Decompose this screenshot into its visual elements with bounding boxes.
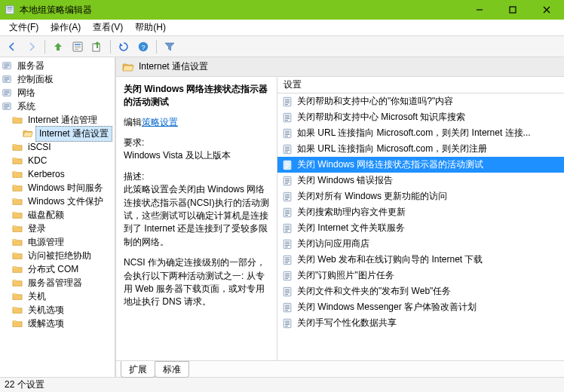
up-button[interactable] <box>49 38 67 55</box>
edit-policy-link[interactable]: 策略设置 <box>142 117 178 127</box>
forward-button[interactable] <box>23 38 41 55</box>
status-text: 22 个设置 <box>5 378 44 391</box>
node-icon <box>2 101 12 112</box>
tree-item[interactable]: 分布式 COM <box>0 262 115 276</box>
list-row-label: 如果 URL 连接指向 Microsoft.com，则关闭 Internet 连… <box>297 127 531 139</box>
policy-icon <box>282 286 293 297</box>
back-button[interactable] <box>3 38 21 55</box>
list-row[interactable]: 关闭 Internet 文件关联服务 <box>277 220 564 236</box>
policy-icon <box>282 207 293 218</box>
menubar: 文件(F) 操作(A) 查看(V) 帮助(H) <box>0 20 564 36</box>
content-title: Internet 通信设置 <box>139 60 208 73</box>
export-button[interactable] <box>88 38 106 55</box>
list-row[interactable]: 如果 URL 连接指向 Microsoft.com，则关闭注册 <box>277 141 564 157</box>
bottom-tabs: 扩展 标准 <box>116 360 564 377</box>
tree-item[interactable]: KDC <box>0 154 115 167</box>
properties-button[interactable] <box>69 38 87 55</box>
tree-item[interactable]: Kerberos <box>0 167 115 181</box>
policy-icon <box>282 144 293 155</box>
tree-item[interactable]: Internet 通信管理 <box>0 113 115 127</box>
list-row[interactable]: 关闭帮助和支持中心 Microsoft 知识库搜索 <box>277 109 564 125</box>
list-row[interactable]: 如果 URL 连接指向 Microsoft.com，则关闭 Internet 连… <box>277 125 564 141</box>
list-row[interactable]: 关闭对所有 Windows 更新功能的访问 <box>277 188 564 204</box>
list-row[interactable]: 关闭文件和文件夹的"发布到 Web"任务 <box>277 283 564 299</box>
list-row-label: 关闭 Internet 文件关联服务 <box>297 222 405 234</box>
tree-item[interactable]: 磁盘配额 <box>0 208 115 222</box>
filter-button[interactable] <box>161 38 179 55</box>
list-row-label: 关闭访问应用商店 <box>297 237 369 250</box>
tree-item[interactable]: Internet 通信设置 <box>0 127 115 140</box>
list-body[interactable]: 关闭帮助和支持中心的"你知道吗?"内容关闭帮助和支持中心 Microsoft 知… <box>277 93 564 360</box>
list-pane: 设置 关闭帮助和支持中心的"你知道吗?"内容关闭帮助和支持中心 Microsof… <box>277 77 564 360</box>
tree-item[interactable]: 网络 <box>0 86 115 100</box>
tab-extended[interactable]: 扩展 <box>121 361 155 378</box>
list-row[interactable]: 关闭 Windows 网络连接状态指示器的活动测试 <box>277 157 564 173</box>
help-button[interactable] <box>134 38 152 55</box>
tree-item[interactable]: iSCSI <box>0 140 115 154</box>
list-row-label: 关闭 Windows 网络连接状态指示器的活动测试 <box>297 158 483 171</box>
close-button[interactable] <box>529 0 564 20</box>
tree-item[interactable]: 登录 <box>0 222 115 235</box>
list-row[interactable]: 关闭帮助和支持中心的"你知道吗?"内容 <box>277 93 564 109</box>
policy-icon <box>282 302 293 313</box>
menu-help[interactable]: 帮助(H) <box>129 20 172 35</box>
toolbar-separator <box>110 40 111 54</box>
list-row[interactable]: 关闭"订购照片"图片任务 <box>277 268 564 283</box>
policy-icon <box>282 128 293 139</box>
tree-item-label: 服务器 <box>14 59 48 73</box>
folder-icon <box>12 305 23 315</box>
list-row-label: 关闭手写个性化数据共享 <box>297 317 397 329</box>
menu-view[interactable]: 查看(V) <box>87 20 129 35</box>
description-p2: NCSI 作为确定连接级别的一部分，会执行以下两种活动测试之一: 从专用 Web… <box>124 256 269 309</box>
list-row[interactable]: 关闭 Windows 错误报告 <box>277 173 564 188</box>
detail-title: 关闭 Windows 网络连接状态指示器的活动测试 <box>124 83 269 109</box>
list-row[interactable]: 关闭手写个性化数据共享 <box>277 315 564 331</box>
folder-icon <box>12 115 23 125</box>
tree-item-label: 控制面板 <box>14 72 57 87</box>
maximize-button[interactable] <box>496 0 529 20</box>
list-header[interactable]: 设置 <box>277 77 564 93</box>
tree-item-label: 服务器管理器 <box>25 276 85 290</box>
refresh-button[interactable] <box>115 38 133 55</box>
tree-item[interactable]: 系统 <box>0 100 115 113</box>
policy-icon <box>282 318 293 329</box>
tree-item[interactable]: 访问被拒绝协助 <box>0 249 115 262</box>
tree-item[interactable]: 电源管理 <box>0 235 115 249</box>
list-row[interactable]: 关闭 Web 发布和在线订购向导的 Internet 下载 <box>277 252 564 268</box>
minimize-button[interactable] <box>463 0 496 20</box>
tree-item-label: Windows 文件保护 <box>25 194 106 209</box>
tree-item[interactable]: 关机 <box>0 289 115 303</box>
list-row[interactable]: 关闭访问应用商店 <box>277 236 564 252</box>
toolbar-separator <box>44 40 45 54</box>
requirements-value: Windows Vista 及以上版本 <box>124 149 269 162</box>
folder-icon <box>12 291 23 302</box>
menu-action[interactable]: 操作(A) <box>44 20 87 35</box>
folder-icon <box>122 61 134 73</box>
tree-item-label: KDC <box>25 155 50 167</box>
menu-file[interactable]: 文件(F) <box>3 20 44 35</box>
list-row-label: 关闭 Windows 错误报告 <box>297 174 393 187</box>
list-row[interactable]: 关闭搜索助理内容文件更新 <box>277 204 564 220</box>
tree-item[interactable]: Windows 文件保护 <box>0 194 115 208</box>
tree-item[interactable]: 缓解选项 <box>0 317 115 330</box>
tree-item[interactable]: 服务器管理器 <box>0 276 115 289</box>
tree-item[interactable]: Windows 时间服务 <box>0 181 115 194</box>
tree-item-label: Windows 时间服务 <box>25 181 106 195</box>
folder-icon <box>12 250 23 261</box>
folder-icon <box>12 264 23 274</box>
tree-item-label: 网络 <box>14 86 38 100</box>
tree-item[interactable]: 关机选项 <box>0 303 115 317</box>
window-title: 本地组策略编辑器 <box>20 4 92 17</box>
tree-item-label: 关机 <box>25 289 49 304</box>
policy-icon <box>282 96 293 107</box>
tree-item-label: Internet 通信设置 <box>35 126 112 142</box>
tree-item[interactable]: 服务器 <box>0 59 115 72</box>
tab-standard[interactable]: 标准 <box>155 361 189 378</box>
list-row[interactable]: 关闭 Windows Messenger 客户体验改善计划 <box>277 299 564 315</box>
tree-pane[interactable]: 服务器控制面板网络系统Internet 通信管理Internet 通信设置iSC… <box>0 57 116 377</box>
list-row-label: 关闭 Windows Messenger 客户体验改善计划 <box>297 301 477 314</box>
policy-icon <box>282 223 293 234</box>
node-icon <box>2 87 12 98</box>
svg-rect-26 <box>510 7 516 13</box>
tree-item[interactable]: 控制面板 <box>0 72 115 86</box>
